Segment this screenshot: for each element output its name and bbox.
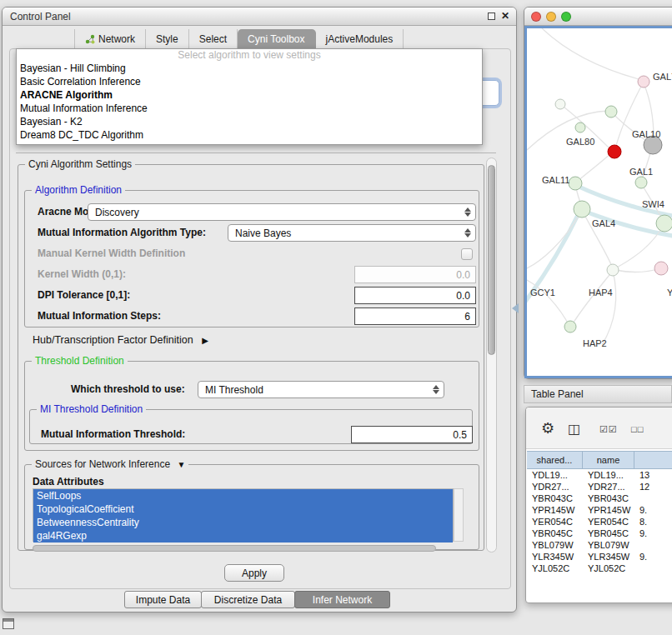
- table-panel-header[interactable]: Table Panel: [524, 385, 672, 403]
- mi-steps-input[interactable]: [354, 308, 476, 325]
- dropdown-item[interactable]: Bayesian - Hill Climbing: [17, 62, 482, 75]
- apply-button[interactable]: Apply: [224, 564, 284, 582]
- close-traffic-light[interactable]: [531, 12, 541, 22]
- gear-icon[interactable]: ⚙: [541, 419, 554, 438]
- hub-section-toggle[interactable]: Hub/Transcription Factor Definition ▶: [33, 334, 208, 346]
- network-node[interactable]: [569, 177, 582, 190]
- columns-icon[interactable]: ◫: [568, 421, 580, 437]
- column-header[interactable]: name: [583, 451, 634, 469]
- table-cell[interactable]: YJL052C: [583, 562, 634, 574]
- tab-style[interactable]: Style: [146, 29, 189, 48]
- deselect-all-checkboxes-icon[interactable]: □□: [631, 424, 644, 434]
- close-icon[interactable]: ✕: [501, 12, 509, 21]
- table-cell[interactable]: 8.: [634, 516, 672, 528]
- network-icon: [85, 34, 95, 44]
- list-item[interactable]: gal4RGexp: [33, 529, 453, 542]
- combo-arrows-icon: [464, 208, 471, 217]
- tab-infer-network[interactable]: Infer Network: [294, 591, 390, 608]
- network-node[interactable]: [638, 76, 649, 88]
- table-cell[interactable]: YLR345W: [527, 551, 583, 562]
- table-cell[interactable]: YBR045C: [527, 528, 583, 539]
- table-cell[interactable]: YBR045C: [583, 528, 634, 539]
- table-cell[interactable]: YLR345W: [583, 551, 634, 562]
- table-cell[interactable]: YBR043C: [527, 492, 583, 504]
- table-cell[interactable]: YDR27...: [583, 481, 634, 492]
- list-item[interactable]: BetweennessCentrality: [33, 516, 453, 529]
- which-threshold-select[interactable]: MI Threshold: [198, 381, 444, 398]
- network-node[interactable]: [555, 99, 565, 109]
- dropdown-item-selected[interactable]: ARACNE Algorithm: [17, 88, 482, 102]
- list-item[interactable]: TopologicalCoefficient: [33, 502, 453, 516]
- tab-discretize-data[interactable]: Discretize Data: [201, 591, 295, 608]
- table-cell[interactable]: [634, 492, 672, 504]
- network-node[interactable]: [607, 264, 619, 276]
- tab-select[interactable]: Select: [189, 29, 238, 48]
- restore-panel-icon[interactable]: [3, 618, 14, 629]
- network-node[interactable]: [656, 215, 672, 232]
- network-node[interactable]: [608, 145, 621, 158]
- tab-label: Network: [98, 33, 135, 45]
- panel-splitter-collapse-button[interactable]: [512, 303, 519, 313]
- data-attributes-label: Data Attributes: [33, 476, 104, 488]
- control-panel-titlebar[interactable]: Control Panel ✕: [3, 8, 516, 26]
- network-canvas[interactable]: GAL7GAL80GAL10GAL11GAL1SWI4GAL4GCY1HAP4Y…: [524, 26, 672, 378]
- table-cell[interactable]: YER054C: [527, 516, 583, 528]
- mi-steps-label: Mutual Information Steps:: [38, 310, 161, 322]
- list-item[interactable]: SelfLoops: [33, 489, 453, 502]
- tab-network[interactable]: Network: [74, 29, 146, 48]
- network-view-titlebar[interactable]: [524, 8, 672, 26]
- attributes-list-scrollbar[interactable]: [454, 488, 464, 542]
- table-cell[interactable]: YDL19...: [583, 469, 634, 481]
- dpi-tolerance-input[interactable]: [354, 287, 476, 304]
- sources-toggle[interactable]: Sources for Network Inference ▼: [32, 458, 188, 470]
- dropdown-item[interactable]: Bayesian - K2: [17, 115, 482, 128]
- aracne-mode-select[interactable]: Discovery: [88, 203, 476, 221]
- attributes-list-hscrollbar[interactable]: [33, 545, 436, 552]
- combo-arrows-icon: [433, 385, 439, 394]
- table-cell[interactable]: YBL079W: [583, 539, 634, 551]
- column-header[interactable]: [634, 451, 672, 469]
- kernel-width-input[interactable]: [354, 266, 476, 283]
- tab-cyni-toolbox[interactable]: Cyni Toolbox: [238, 29, 315, 48]
- mi-threshold-input[interactable]: [351, 426, 473, 443]
- dropdown-item[interactable]: Dream8 DC_TDC Algorithm: [17, 128, 482, 142]
- network-node-label: GAL11: [542, 175, 569, 185]
- select-all-checkboxes-icon[interactable]: ☑☑: [599, 424, 618, 435]
- network-node[interactable]: [635, 177, 647, 188]
- table-cell[interactable]: 9.: [634, 528, 672, 539]
- manual-kernel-checkbox[interactable]: [461, 248, 473, 260]
- settings-scrollbar[interactable]: [486, 158, 497, 552]
- column-header[interactable]: shared...: [527, 451, 583, 469]
- network-node[interactable]: [605, 106, 617, 118]
- dropdown-item[interactable]: Mutual Information Inference: [17, 102, 482, 115]
- minimize-traffic-light[interactable]: [546, 12, 556, 22]
- table-cell[interactable]: YBL079W: [527, 539, 583, 551]
- table-cell[interactable]: YDL19...: [527, 469, 583, 481]
- zoom-traffic-light[interactable]: [561, 12, 571, 22]
- collapse-right-icon: ▶: [202, 336, 208, 345]
- network-node[interactable]: [564, 321, 576, 332]
- table-cell[interactable]: 13: [634, 469, 672, 481]
- network-node[interactable]: [575, 122, 585, 132]
- table-cell[interactable]: 9.: [634, 551, 672, 562]
- table-cell[interactable]: YPR145W: [583, 504, 634, 516]
- table-cell[interactable]: YDR27...: [527, 481, 583, 492]
- table-cell[interactable]: [634, 562, 672, 574]
- settings-scrollbar-thumb[interactable]: [488, 165, 495, 355]
- dropdown-placeholder: Select algorithm to view settings: [17, 49, 482, 62]
- mi-type-select[interactable]: Naive Bayes: [228, 224, 476, 242]
- tab-impute-data[interactable]: Impute Data: [124, 591, 202, 608]
- table-cell[interactable]: YPR145W: [527, 504, 583, 516]
- table-cell[interactable]: [634, 539, 672, 551]
- dropdown-item[interactable]: Basic Correlation Inference: [17, 75, 482, 88]
- table-cell[interactable]: 9.: [634, 504, 672, 516]
- float-window-icon[interactable]: [488, 12, 495, 20]
- table-cell[interactable]: YJL052C: [527, 562, 583, 574]
- network-node[interactable]: [654, 262, 668, 275]
- network-node[interactable]: [574, 201, 590, 218]
- table-cell[interactable]: YBR043C: [583, 492, 634, 504]
- tab-label: jActiveModules: [326, 33, 394, 45]
- table-cell[interactable]: YER054C: [583, 516, 634, 528]
- table-cell[interactable]: 12: [634, 481, 672, 492]
- tab-jactivemodules[interactable]: jActiveModules: [316, 29, 404, 48]
